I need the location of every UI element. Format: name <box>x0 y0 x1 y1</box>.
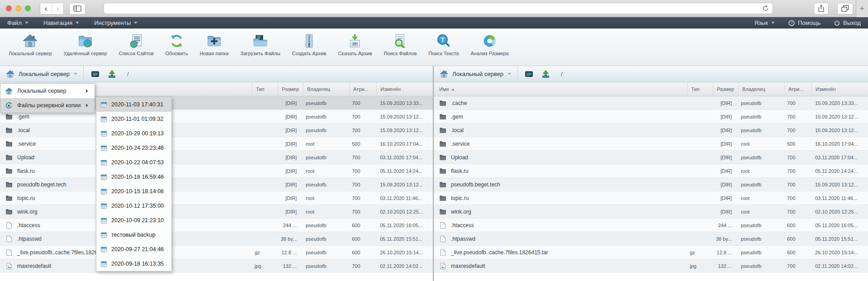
toolbar-search-files[interactable]: Поиск Файлов <box>378 33 423 56</box>
file-row[interactable]: maxresdefaultjpg132....pseudofb70002.11.… <box>434 259 868 273</box>
tabs-overview-icon <box>841 5 849 12</box>
file-row[interactable]: _live.pseudofb..cache.7files.1826415.tar… <box>0 246 433 259</box>
column-header-атри[interactable]: Атри... <box>784 82 811 96</box>
column-header-размер[interactable]: Размер <box>713 82 738 96</box>
column-header-изменён[interactable]: Изменён <box>376 82 433 96</box>
minimize-window-button[interactable] <box>15 5 21 11</box>
backup-date-item[interactable]: 2020-10-09 21:23:10 <box>96 213 171 228</box>
file-row[interactable]: Upload[DIR]pseudofb70003.11.2020 17:04..… <box>0 151 433 164</box>
file-row[interactable]: wink.org[DIR]root70002.10.2020 12:25... <box>434 205 868 219</box>
storage-icon[interactable] <box>525 70 533 78</box>
file-row[interactable]: .htpasswd38 by...pseudofb60005.11.2020 1… <box>434 232 868 246</box>
backup-date-item[interactable]: 2020-10-15 18:14:08 <box>96 184 171 199</box>
eject-up-icon[interactable] <box>108 70 116 78</box>
file-row[interactable]: .local[DIR]pseudofb70015.09.2020 13:12..… <box>0 124 433 137</box>
backup-date-item[interactable]: 2020-11-01 01:09:32 <box>96 112 171 126</box>
column-header-label: Владелец <box>742 86 765 92</box>
toolbar-local-server[interactable]: Локальный сервер <box>3 33 58 56</box>
file-row[interactable]: .gem[DIR]pseudofb70015.09.2020 13:12... <box>434 110 868 124</box>
toolbar-size-analysis[interactable]: Анализ Размера <box>465 33 514 56</box>
file-row[interactable]: wink.org[DIR]root70002.10.2020 12:25... <box>0 205 433 219</box>
toolbar-site-list[interactable]: Список Сайтов <box>113 33 160 56</box>
file-attr-cell: 700 <box>349 209 376 214</box>
backup-date-item[interactable]: 2020-10-12 17:35:00 <box>96 199 171 213</box>
file-row[interactable]: topic.ru[DIR]root70003.11.2020 11:46... <box>434 191 868 205</box>
file-name: flask.ru <box>17 168 35 174</box>
toolbar-search-text[interactable]: TПоиск Текста <box>422 33 465 56</box>
backup-date-item[interactable]: 2020-09-27 21:04:46 <box>96 242 171 257</box>
toolbar-create-archive[interactable]: Создать Архив <box>286 33 332 56</box>
file-attr-cell: 700 <box>784 128 811 133</box>
file-row[interactable]: pseudofb.beget.tech[DIR]pseudofb70015.09… <box>0 178 433 191</box>
close-window-button[interactable] <box>6 5 12 11</box>
file-size-cell: [DIR] <box>713 209 738 214</box>
toolbar-download-archive[interactable]: ZIPСкачать Архив <box>332 33 378 56</box>
menu-item-backup-files[interactable]: Файлы резервной копии <box>0 98 95 113</box>
file-row[interactable]: .htaccess244 ...pseudofb60005.11.2020 16… <box>0 219 433 232</box>
column-header-тип[interactable]: Тип <box>252 82 278 96</box>
file-modified-cell: 15.09.2020 13:12... <box>811 182 868 187</box>
menu-файл[interactable]: Файл <box>7 19 28 26</box>
file-row[interactable]: _live.pseudofb..cache.7files.1826415.tar… <box>434 246 868 259</box>
sidebar-toggle-button[interactable] <box>69 3 85 14</box>
menu-инструменты[interactable]: Инструменты <box>94 19 138 26</box>
column-header-владелец[interactable]: Владелец <box>738 82 784 96</box>
column-header-тип[interactable]: Тип <box>687 82 713 96</box>
file-row[interactable]: .local[DIR]pseudofb70015.09.2020 13:12..… <box>434 124 868 137</box>
server-dropdown-label: Локальный сервер <box>19 71 70 77</box>
storage-icon[interactable] <box>91 70 100 78</box>
maximize-window-button[interactable] <box>25 5 31 11</box>
column-header-изменён[interactable]: Изменён <box>811 82 868 96</box>
file-row[interactable]: maxresdefaultjpg132....pseudofb70002.11.… <box>0 259 433 273</box>
menu-help[interactable]: ? Помощь <box>788 19 821 26</box>
backup-date-item[interactable]: 2020-10-29 00:19:13 <box>96 126 171 141</box>
file-name: .cache <box>451 100 467 106</box>
file-icon <box>5 235 13 243</box>
menu-навигация[interactable]: Навигация <box>43 19 79 26</box>
column-header-name[interactable]: Имя▲ <box>434 82 687 96</box>
column-header-владелец[interactable]: Владелец <box>303 82 349 96</box>
file-row[interactable]: .htaccess244 ...pseudofb60005.11.2020 16… <box>434 219 868 232</box>
column-header-label: Тип <box>691 86 699 92</box>
backup-date-item[interactable]: 2020-10-18 16:59:46 <box>96 170 171 184</box>
download-archive-icon: ZIP <box>347 33 362 49</box>
file-modified-cell: 05.11.2020 14:24... <box>811 168 868 174</box>
right-server-dropdown[interactable]: Локальный сервер <box>434 66 517 82</box>
reload-icon[interactable] <box>762 5 769 12</box>
backup-date-item[interactable]: 2020-11-03 17:40:31 <box>96 97 171 112</box>
backup-date-item[interactable]: 2020-09-18 16:13:35 <box>96 257 171 271</box>
menu-item-local-server[interactable]: Локальный сервер <box>0 84 95 98</box>
browser-back-button[interactable]: ‹ <box>40 3 52 14</box>
file-row[interactable]: .service[DIR]root50016.10.2020 17:04... <box>0 137 433 151</box>
file-row[interactable]: .cache[DIR]pseudofb70015.09.2020 13:33..… <box>434 96 868 110</box>
menu-language[interactable]: Язык <box>754 19 774 26</box>
backup-date-item[interactable]: тестовый backup <box>96 228 171 242</box>
column-header-атри[interactable]: Атри... <box>349 82 376 96</box>
eject-up-icon[interactable] <box>541 70 550 78</box>
file-modified-cell: 15.09.2020 13:12... <box>376 114 433 119</box>
address-bar[interactable] <box>104 3 773 14</box>
file-row[interactable]: .service[DIR]root50016.10.2020 17:04... <box>434 137 868 151</box>
column-header-размер[interactable]: Размер <box>278 82 303 96</box>
file-name-cell: flask.ru <box>434 167 687 175</box>
file-row[interactable]: .htpasswd38 by...pseudofb60005.11.2020 1… <box>0 232 433 246</box>
file-name: .local <box>17 127 30 133</box>
file-name: .htaccess <box>451 222 474 229</box>
toolbar-new-folder[interactable]: Новая папка <box>194 33 234 56</box>
backup-date-item[interactable]: 2020-10-24 23:23:46 <box>96 141 171 155</box>
share-button[interactable] <box>814 3 829 14</box>
backup-date-item[interactable]: 2020-10-22 04:07:53 <box>96 155 171 170</box>
file-row[interactable]: Upload[DIR]pseudofb70003.11.2020 17:04..… <box>434 151 868 164</box>
file-row[interactable]: flask.ru[DIR]root70005.11.2020 14:24... <box>0 164 433 178</box>
left-server-dropdown[interactable]: Локальный сервер <box>0 66 84 82</box>
tabs-overview-button[interactable] <box>837 3 853 14</box>
browser-forward-button[interactable]: › <box>52 3 63 14</box>
menu-logout[interactable]: Выход <box>834 19 861 26</box>
file-row[interactable]: pseudofb.beget.tech[DIR]pseudofb70015.09… <box>434 178 868 191</box>
toolbar-upload-files[interactable]: Загрузить Файлы <box>235 33 286 56</box>
file-row[interactable]: topic.ru[DIR]root70003.11.2020 11:46... <box>0 191 433 205</box>
new-tab-button[interactable]: + <box>856 0 868 17</box>
file-row[interactable]: flask.ru[DIR]root70005.11.2020 14:24... <box>434 164 868 178</box>
toolbar-remote-server[interactable]: Удалённый сервер <box>58 33 113 56</box>
toolbar-refresh[interactable]: Обновить <box>160 33 194 56</box>
